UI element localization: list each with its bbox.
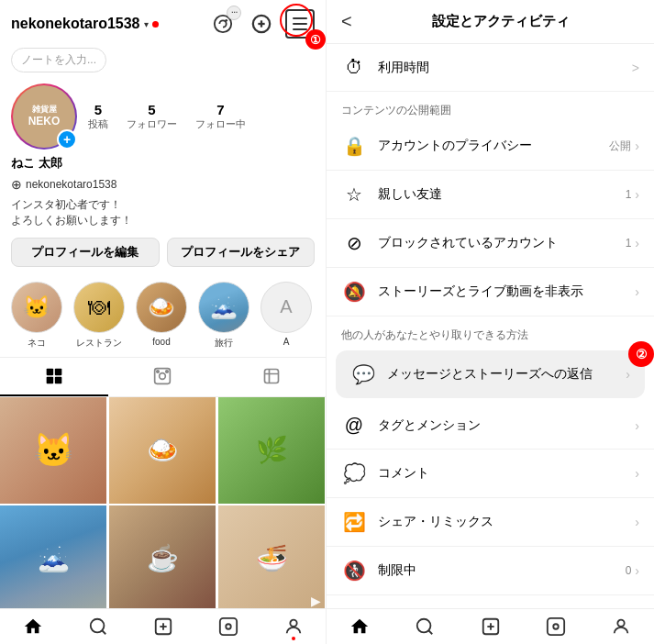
tags-mentions-right: ›	[635, 418, 639, 433]
menu-button[interactable]: ①	[285, 9, 315, 39]
grid-cell-5[interactable]: 🍜 ▶	[218, 505, 325, 608]
settings-hide-stories[interactable]: 🔕 ストーリーズとライブ動画を非表示 ›	[327, 268, 654, 316]
add-button[interactable]	[247, 9, 276, 39]
usage-time-right: >	[632, 61, 639, 75]
grid-cell-1[interactable]: 🍛	[109, 397, 216, 504]
svg-line-25	[428, 630, 432, 634]
note-bubble[interactable]: ノートを入力...	[11, 48, 106, 72]
svg-rect-5	[293, 23, 307, 25]
chevron-right-icon: ›	[635, 139, 639, 153]
tab-reels[interactable]	[108, 358, 216, 396]
avatar-add-button[interactable]: +	[57, 129, 77, 150]
share-remix-right: ›	[635, 515, 639, 529]
highlight-food[interactable]: 🍛 food	[136, 282, 187, 350]
settings-close-friends[interactable]: ☆ 親しい友達 1 ›	[327, 171, 654, 219]
stat-followers: 5 フォロワー	[127, 102, 177, 131]
stats-row: 5 投稿 5 フォロワー 7 フォロー中	[88, 102, 315, 131]
chevron-right-icon: ›	[635, 236, 639, 250]
edit-profile-button[interactable]: プロフィールを編集	[11, 238, 160, 267]
left-header: nekonekotaro1538 ▾ ⋯	[0, 0, 326, 48]
chevron-right-icon: ›	[635, 563, 639, 578]
reels-nav-icon	[546, 616, 566, 637]
settings-restricted[interactable]: 🚷 制限中 0 ›	[327, 547, 654, 595]
right-nav-profile[interactable]	[589, 616, 654, 637]
reel-indicator-icon: ▶	[311, 594, 321, 608]
settings-blocked-accounts[interactable]: ⊘ ブロックされているアカウント 1 ›	[327, 219, 654, 268]
nav-add[interactable]	[130, 616, 195, 637]
highlight-travel[interactable]: 🗻 旅行	[198, 282, 249, 350]
chevron-down-icon: ▾	[144, 19, 149, 29]
display-name: ねこ 太郎	[11, 155, 315, 172]
right-nav-reels[interactable]	[523, 616, 588, 637]
search-icon	[415, 616, 435, 637]
settings-tags-mentions[interactable]: @ タグとメンション ›	[327, 402, 654, 450]
grid-cell-2[interactable]: 🌿	[218, 397, 325, 504]
tags-mentions-text: タグとメンション	[378, 417, 624, 434]
settings-message-reply[interactable]: 💬 メッセージとストーリーズへの返信 ›	[336, 350, 645, 398]
share-profile-button[interactable]: プロフィールをシェア	[167, 238, 316, 267]
chevron-right-icon: ›	[635, 515, 639, 529]
highlight-food-label: food	[152, 337, 170, 347]
nav-home[interactable]	[0, 616, 65, 637]
stat-following-label: フォロー中	[195, 117, 246, 131]
hide-stories-text: ストーリーズとライブ動画を非表示	[378, 283, 624, 300]
right-nav-home[interactable]	[327, 616, 392, 637]
grid-cell-3[interactable]: 🗻	[0, 505, 106, 608]
highlight-restaurant[interactable]: 🍽 レストラン	[73, 282, 125, 350]
section-content-scope-title: コンテンツの公開範囲	[327, 92, 654, 122]
comment-icon: 💭	[341, 462, 367, 484]
grid-cell-0[interactable]: 🐱	[0, 397, 106, 504]
settings-scroll[interactable]: ⏱ 利用時間 > コンテンツの公開範囲 🔒 アカウントのプライバシー 公開 › …	[327, 44, 654, 608]
annotation-1-badge: ①	[305, 29, 326, 50]
svg-point-13	[157, 370, 160, 372]
svg-line-17	[102, 630, 105, 634]
chevron-right-icon: >	[632, 61, 639, 75]
right-nav-add[interactable]	[458, 616, 523, 637]
nav-reels[interactable]	[195, 616, 260, 637]
highlight-neko[interactable]: 🐱 ネコ	[11, 282, 62, 350]
restricted-right: 0 ›	[626, 563, 639, 578]
account-privacy-right: 公開 ›	[609, 139, 639, 154]
message-icon: 💬	[350, 363, 376, 385]
settings-account-privacy[interactable]: 🔒 アカウントのプライバシー 公開 ›	[327, 122, 654, 171]
profile-row: 雑貨屋 NEKO + 5 投稿 5 フォロワー 7 フォロー中	[11, 83, 315, 150]
restricted-text: 制限中	[378, 562, 615, 579]
photo-grid: 🐱 🍛 🌿 🗻 ☕ 🍜 ▶	[0, 397, 326, 608]
tab-grid[interactable]	[0, 358, 108, 396]
add-nav-icon	[481, 616, 501, 637]
restricted-badge: 0	[626, 564, 632, 577]
right-header: < 設定とアクティビティ	[327, 0, 654, 44]
stat-followers-num: 5	[148, 102, 155, 117]
reels-icon	[153, 367, 172, 385]
avatar-text: 雑貨屋	[32, 105, 57, 115]
right-panel: < 設定とアクティビティ ⏱ 利用時間 > コンテンツの公開範囲 🔒 アカウント…	[327, 0, 654, 644]
grid-cell-4[interactable]: ☕	[109, 505, 216, 608]
back-button[interactable]: <	[341, 11, 352, 32]
note-bar: ノートを入力...	[0, 48, 326, 80]
message-reply-right: ›	[626, 367, 630, 382]
svg-rect-10	[55, 376, 62, 383]
threads-button[interactable]: ⋯	[208, 9, 238, 39]
add-nav-icon	[153, 616, 173, 637]
svg-rect-21	[219, 618, 236, 635]
nav-profile[interactable]	[260, 616, 326, 637]
svg-rect-15	[264, 369, 278, 383]
settings-limit-interactions[interactable]: ⚠ やり取りを制限 ›	[327, 595, 654, 608]
reels-nav-icon	[218, 616, 238, 637]
settings-usage-time[interactable]: ⏱ 利用時間 >	[327, 44, 654, 92]
grid-icon	[45, 367, 63, 385]
highlight-more-label: A	[283, 337, 290, 347]
svg-point-22	[226, 624, 231, 629]
settings-share-remix[interactable]: 🔁 シェア・リミックス ›	[327, 498, 654, 547]
usage-time-icon: ⏱	[341, 57, 367, 78]
tab-tagged[interactable]	[217, 358, 326, 396]
highlight-travel-label: 旅行	[215, 337, 233, 350]
chevron-right-icon: ›	[635, 187, 639, 202]
nav-search[interactable]	[65, 616, 130, 637]
profile-section: 雑貨屋 NEKO + 5 投稿 5 フォロワー 7 フォロー中	[0, 80, 326, 274]
highlight-more[interactable]: A A	[260, 282, 312, 350]
right-nav-search[interactable]	[392, 616, 457, 637]
status-dot	[152, 21, 159, 28]
chevron-right-icon: ›	[626, 367, 630, 382]
settings-comments[interactable]: 💭 コメント ›	[327, 450, 654, 498]
